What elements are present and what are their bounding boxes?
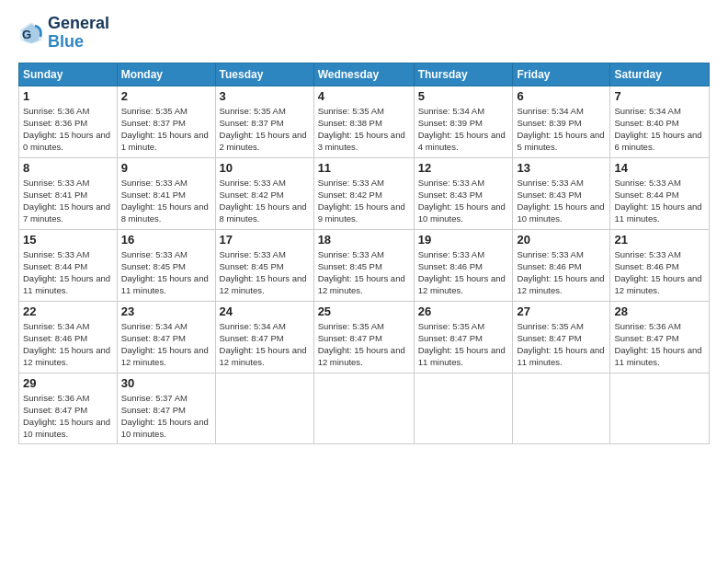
calendar-cell (414, 373, 513, 443)
day-info: Sunrise: 5:33 AMSunset: 8:43 PMDaylight:… (418, 178, 506, 224)
day-number: 7 (614, 89, 705, 103)
day-info: Sunrise: 5:34 AMSunset: 8:47 PMDaylight:… (220, 321, 307, 368)
day-info: Sunrise: 5:36 AMSunset: 8:47 PMDaylight:… (614, 321, 701, 368)
day-info: Sunrise: 5:35 AMSunset: 8:47 PMDaylight:… (517, 321, 604, 368)
day-number: 11 (318, 161, 410, 175)
day-info: Sunrise: 5:35 AMSunset: 8:47 PMDaylight:… (318, 321, 405, 368)
calendar-cell: 22Sunrise: 5:34 AMSunset: 8:46 PMDayligh… (19, 301, 118, 373)
calendar-cell: 5Sunrise: 5:34 AMSunset: 8:39 PMDaylight… (414, 86, 513, 157)
calendar-cell: 23Sunrise: 5:34 AMSunset: 8:47 PMDayligh… (117, 301, 215, 373)
day-info: Sunrise: 5:33 AMSunset: 8:46 PMDaylight:… (614, 249, 701, 296)
day-info: Sunrise: 5:34 AMSunset: 8:39 PMDaylight:… (517, 106, 604, 153)
day-info: Sunrise: 5:36 AMSunset: 8:36 PMDaylight:… (23, 106, 110, 153)
calendar-cell: 11Sunrise: 5:33 AMSunset: 8:42 PMDayligh… (313, 157, 414, 229)
day-info: Sunrise: 5:33 AMSunset: 8:46 PMDaylight:… (517, 249, 604, 296)
weekday-monday: Monday (117, 63, 215, 86)
header: G General Blue (18, 15, 710, 52)
day-number: 29 (23, 376, 113, 390)
logo-text: General Blue (48, 15, 109, 52)
day-number: 25 (318, 304, 410, 318)
calendar-cell: 3Sunrise: 5:35 AMSunset: 8:37 PMDaylight… (215, 86, 313, 157)
calendar-cell: 29Sunrise: 5:36 AMSunset: 8:47 PMDayligh… (19, 373, 118, 443)
calendar-cell: 10Sunrise: 5:33 AMSunset: 8:42 PMDayligh… (215, 157, 313, 229)
day-info: Sunrise: 5:33 AMSunset: 8:45 PMDaylight:… (121, 249, 209, 296)
day-number: 4 (318, 89, 410, 103)
calendar-cell (215, 373, 313, 443)
day-number: 27 (517, 304, 606, 318)
calendar-cell: 24Sunrise: 5:34 AMSunset: 8:47 PMDayligh… (215, 301, 313, 373)
day-number: 23 (121, 304, 211, 318)
day-info: Sunrise: 5:33 AMSunset: 8:41 PMDaylight:… (121, 178, 209, 224)
day-info: Sunrise: 5:33 AMSunset: 8:46 PMDaylight:… (418, 249, 506, 296)
calendar-cell: 15Sunrise: 5:33 AMSunset: 8:44 PMDayligh… (19, 229, 118, 301)
calendar-cell: 30Sunrise: 5:37 AMSunset: 8:47 PMDayligh… (117, 373, 215, 443)
calendar-cell: 13Sunrise: 5:33 AMSunset: 8:43 PMDayligh… (513, 157, 610, 229)
day-number: 18 (318, 233, 410, 247)
day-number: 28 (614, 304, 705, 318)
day-info: Sunrise: 5:33 AMSunset: 8:42 PMDaylight:… (220, 178, 307, 224)
calendar-cell: 26Sunrise: 5:35 AMSunset: 8:47 PMDayligh… (414, 301, 513, 373)
day-info: Sunrise: 5:33 AMSunset: 8:44 PMDaylight:… (23, 249, 110, 296)
calendar-cell: 4Sunrise: 5:35 AMSunset: 8:38 PMDaylight… (313, 86, 414, 157)
day-info: Sunrise: 5:33 AMSunset: 8:41 PMDaylight:… (23, 178, 110, 224)
day-number: 2 (121, 89, 211, 103)
day-number: 19 (418, 233, 509, 247)
day-number: 1 (23, 89, 113, 103)
day-number: 8 (23, 161, 113, 175)
day-number: 9 (121, 161, 211, 175)
calendar-cell: 14Sunrise: 5:33 AMSunset: 8:44 PMDayligh… (610, 157, 710, 229)
day-info: Sunrise: 5:33 AMSunset: 8:43 PMDaylight:… (517, 178, 604, 224)
calendar-cell: 6Sunrise: 5:34 AMSunset: 8:39 PMDaylight… (513, 86, 610, 157)
day-number: 6 (517, 89, 606, 103)
day-info: Sunrise: 5:35 AMSunset: 8:38 PMDaylight:… (318, 106, 405, 153)
weekday-saturday: Saturday (610, 63, 710, 86)
calendar-cell: 2Sunrise: 5:35 AMSunset: 8:37 PMDaylight… (117, 86, 215, 157)
day-info: Sunrise: 5:34 AMSunset: 8:40 PMDaylight:… (614, 106, 701, 153)
calendar-cell: 17Sunrise: 5:33 AMSunset: 8:45 PMDayligh… (215, 229, 313, 301)
day-info: Sunrise: 5:33 AMSunset: 8:42 PMDaylight:… (318, 178, 405, 224)
calendar-cell: 8Sunrise: 5:33 AMSunset: 8:41 PMDaylight… (19, 157, 118, 229)
calendar-cell: 1Sunrise: 5:36 AMSunset: 8:36 PMDaylight… (19, 86, 118, 157)
week-row-0: 1Sunrise: 5:36 AMSunset: 8:36 PMDaylight… (19, 86, 710, 157)
weekday-sunday: Sunday (19, 63, 118, 86)
weekday-header-row: SundayMondayTuesdayWednesdayThursdayFrid… (19, 63, 710, 86)
calendar-cell (313, 373, 414, 443)
calendar-cell: 7Sunrise: 5:34 AMSunset: 8:40 PMDaylight… (610, 86, 710, 157)
day-number: 12 (418, 161, 509, 175)
day-number: 3 (220, 89, 310, 103)
day-number: 22 (23, 304, 113, 318)
calendar-cell: 9Sunrise: 5:33 AMSunset: 8:41 PMDaylight… (117, 157, 215, 229)
logo-icon: G (18, 20, 44, 46)
day-number: 10 (220, 161, 310, 175)
day-info: Sunrise: 5:37 AMSunset: 8:47 PMDaylight:… (121, 393, 209, 440)
calendar-cell: 28Sunrise: 5:36 AMSunset: 8:47 PMDayligh… (610, 301, 710, 373)
logo: G General Blue (18, 15, 109, 52)
week-row-3: 22Sunrise: 5:34 AMSunset: 8:46 PMDayligh… (19, 301, 710, 373)
day-number: 14 (614, 161, 705, 175)
day-info: Sunrise: 5:34 AMSunset: 8:47 PMDaylight:… (121, 321, 209, 368)
calendar-cell: 21Sunrise: 5:33 AMSunset: 8:46 PMDayligh… (610, 229, 710, 301)
calendar-cell: 19Sunrise: 5:33 AMSunset: 8:46 PMDayligh… (414, 229, 513, 301)
day-info: Sunrise: 5:33 AMSunset: 8:45 PMDaylight:… (318, 249, 405, 296)
calendar-body: 1Sunrise: 5:36 AMSunset: 8:36 PMDaylight… (19, 86, 710, 443)
week-row-4: 29Sunrise: 5:36 AMSunset: 8:47 PMDayligh… (19, 373, 710, 443)
day-number: 13 (517, 161, 606, 175)
svg-text:G: G (22, 28, 31, 41)
calendar-cell: 18Sunrise: 5:33 AMSunset: 8:45 PMDayligh… (313, 229, 414, 301)
day-info: Sunrise: 5:35 AMSunset: 8:37 PMDaylight:… (220, 106, 307, 153)
day-info: Sunrise: 5:35 AMSunset: 8:47 PMDaylight:… (418, 321, 506, 368)
day-number: 30 (121, 376, 211, 390)
calendar-cell: 16Sunrise: 5:33 AMSunset: 8:45 PMDayligh… (117, 229, 215, 301)
weekday-thursday: Thursday (414, 63, 513, 86)
day-info: Sunrise: 5:33 AMSunset: 8:44 PMDaylight:… (614, 178, 701, 224)
calendar-cell: 25Sunrise: 5:35 AMSunset: 8:47 PMDayligh… (313, 301, 414, 373)
day-number: 20 (517, 233, 606, 247)
page: G General Blue SundayMondayTuesdayWednes… (0, 0, 728, 563)
day-info: Sunrise: 5:33 AMSunset: 8:45 PMDaylight:… (220, 249, 307, 296)
day-info: Sunrise: 5:34 AMSunset: 8:39 PMDaylight:… (418, 106, 506, 153)
day-number: 24 (220, 304, 310, 318)
weekday-wednesday: Wednesday (313, 63, 414, 86)
weekday-friday: Friday (513, 63, 610, 86)
calendar-cell (610, 373, 710, 443)
day-number: 26 (418, 304, 509, 318)
